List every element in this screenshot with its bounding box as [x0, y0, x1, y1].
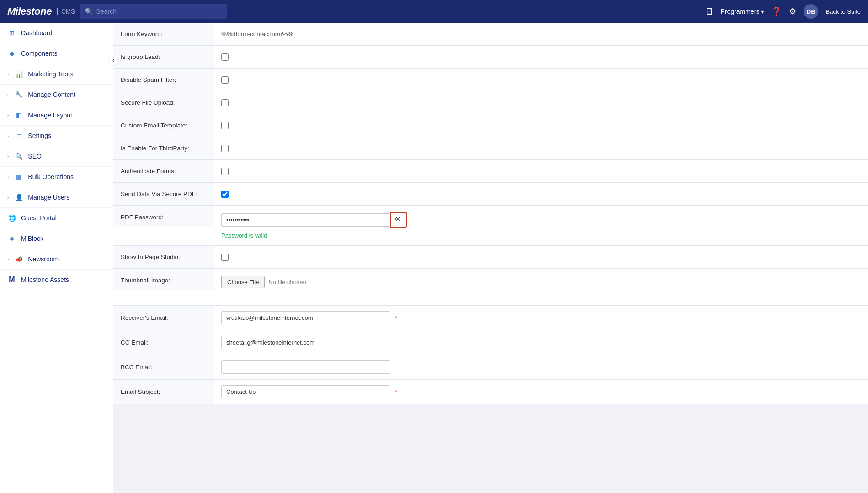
back-to-suite-link[interactable]: Back to Suite [825, 8, 861, 15]
value-secure-pdf [214, 183, 868, 205]
checkbox-authenticate[interactable] [221, 168, 229, 175]
form-row-thirdparty: Is Enable For ThirdParty: [113, 137, 868, 160]
sidebar-item-settings[interactable]: › ≡ Settings [0, 126, 113, 146]
value-custom-email [214, 114, 868, 137]
keyword-value-text: %%dform-contactform%% [221, 31, 293, 37]
sidebar-label-guest-portal: Guest Portal [21, 214, 106, 222]
main-layout: ⊞ Dashboard ◆ Components › 📊 Marketing T… [0, 23, 868, 493]
milestone-assets-icon: M [7, 275, 16, 284]
checkbox-thirdparty[interactable] [221, 145, 229, 152]
label-group-lead: Is group Lead: [113, 46, 214, 68]
form-row-email-subject: Email Subject: * [113, 380, 868, 404]
programmers-label: Programmers [721, 8, 760, 15]
form-row-pdf-password: PDF Password: 👁 Password is valid [113, 206, 868, 246]
arrow-icon: › [7, 257, 9, 262]
sidebar-label-marketing: Marketing Tools [28, 70, 106, 78]
settings-sidebar-icon: ≡ [14, 131, 23, 140]
cms-label: CMS [57, 8, 75, 15]
thumbnail-row: Choose File No file chosen [221, 276, 306, 288]
monitor-icon[interactable]: 🖥 [704, 6, 714, 17]
arrow-icon: › [7, 72, 9, 77]
label-form-keyword: Form Keyword: [113, 23, 214, 45]
miblock-icon: ◈ [7, 234, 16, 243]
sidebar-label-miblock: MiBlock [21, 235, 106, 242]
help-icon[interactable]: ❓ [772, 6, 782, 16]
value-authenticate [214, 160, 868, 182]
sidebar-item-miblock[interactable]: ◈ MiBlock [0, 228, 113, 249]
sidebar-item-manage-layout[interactable]: › ◧ Manage Layout [0, 105, 113, 126]
search-icon: 🔍 [85, 8, 93, 15]
sidebar: ⊞ Dashboard ◆ Components › 📊 Marketing T… [0, 23, 113, 493]
form-row-bcc-email: BCC Email: [113, 355, 868, 380]
seo-icon: 🔍 [14, 152, 23, 161]
form-row-cc-email: CC Email: [113, 330, 868, 355]
sidebar-item-bulk-operations[interactable]: › ▦ Bulk Operations [0, 167, 113, 187]
newsroom-icon: 📣 [14, 254, 23, 264]
content-area: Form Keyword: %%dform-contactform%% Is g… [113, 23, 868, 493]
sidebar-item-manage-content[interactable]: › 🔧 Manage Content [0, 85, 113, 105]
sidebar-label-manage-users: Manage Users [28, 194, 106, 201]
value-page-studio [214, 246, 868, 268]
eye-button[interactable]: 👁 [390, 212, 407, 228]
sidebar-label-dashboard: Dashboard [21, 29, 106, 37]
sidebar-label-seo: SEO [28, 153, 106, 160]
label-pdf-password: PDF Password: [113, 206, 214, 227]
no-file-text: No file chosen [268, 279, 306, 286]
sidebar-item-guest-portal[interactable]: 🌐 Guest Portal [0, 208, 113, 228]
label-authenticate: Authenticate Forms: [113, 160, 214, 182]
label-thirdparty: Is Enable For ThirdParty: [113, 137, 214, 159]
form-row-page-studio: Show In Page Studio: [113, 246, 868, 269]
pdf-password-input[interactable] [221, 213, 390, 227]
sidebar-item-marketing-tools[interactable]: › 📊 Marketing Tools [0, 64, 113, 85]
sidebar-item-seo[interactable]: › 🔍 SEO [0, 146, 113, 167]
arrow-icon: › [7, 195, 9, 200]
required-star-subject: * [395, 388, 397, 396]
portal-icon: 🌐 [7, 213, 16, 223]
label-email-subject: Email Subject: [113, 380, 214, 404]
value-thumbnail: Choose File No file chosen [214, 269, 868, 305]
checkbox-page-studio[interactable] [221, 254, 229, 261]
choose-file-button[interactable]: Choose File [221, 276, 265, 288]
checkbox-secure-upload[interactable] [221, 99, 229, 106]
required-star: * [395, 314, 397, 322]
receivers-email-input[interactable] [221, 311, 390, 324]
logo-text: Milestone [7, 5, 52, 17]
checkbox-secure-pdf[interactable] [221, 191, 229, 198]
label-secure-pdf: Send Data Via Secure PDF: [113, 183, 214, 205]
sidebar-item-components[interactable]: ◆ Components [0, 43, 113, 64]
label-bcc-email: BCC Email: [113, 355, 214, 379]
logo: Milestone CMS [7, 5, 75, 17]
sidebar-item-manage-users[interactable]: › 👤 Manage Users [0, 187, 113, 208]
checkbox-custom-email[interactable] [221, 122, 229, 129]
cc-email-input[interactable] [221, 336, 390, 349]
sidebar-label-manage-layout: Manage Layout [28, 111, 106, 119]
label-secure-upload: Secure File Upload: [113, 91, 214, 114]
checkbox-disable-spam[interactable] [221, 76, 229, 84]
email-subject-input[interactable] [221, 385, 390, 398]
search-input[interactable] [96, 8, 222, 15]
arrow-icon: › [7, 133, 9, 138]
arrow-icon: › [7, 175, 9, 180]
programmers-dropdown[interactable]: Programmers ▾ [721, 8, 765, 15]
value-bcc-email [214, 355, 868, 379]
form-row-custom-email: Custom Email Template: [113, 114, 868, 137]
search-bar[interactable]: 🔍 [80, 4, 227, 19]
sidebar-item-milestone-assets[interactable]: M Milestone Assets [0, 270, 113, 290]
sidebar-label-settings: Settings [28, 132, 106, 139]
label-receivers-email: Receiver's Email: [113, 306, 214, 330]
value-form-keyword: %%dform-contactform%% [214, 23, 868, 45]
pdf-password-wrap: 👁 [221, 212, 407, 228]
settings-icon[interactable]: ⚙ [789, 6, 796, 16]
form-row-authenticate: Authenticate Forms: [113, 160, 868, 183]
sidebar-label-components: Components [21, 50, 106, 57]
value-thirdparty [214, 137, 868, 159]
form-row-secure-pdf: Send Data Via Secure PDF: [113, 183, 868, 206]
value-cc-email [214, 330, 868, 355]
checkbox-group-lead[interactable] [221, 53, 229, 61]
form-row-thumbnail: Thumbnail Image: Choose File No file cho… [113, 269, 868, 306]
sidebar-item-newsroom[interactable]: › 📣 Newsroom [0, 249, 113, 270]
sidebar-collapse-button[interactable]: ‹ [108, 55, 119, 66]
sidebar-item-dashboard[interactable]: ⊞ Dashboard [0, 23, 113, 43]
bcc-email-input[interactable] [221, 360, 390, 374]
avatar[interactable]: DB [804, 4, 818, 19]
